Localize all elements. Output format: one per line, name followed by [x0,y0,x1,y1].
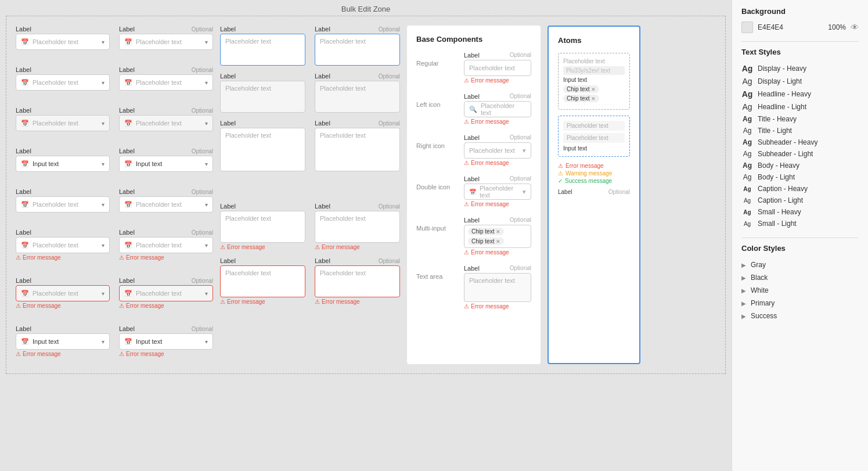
comp-input-double-icon[interactable]: 📅 Placeholder text ▾ [464,184,531,200]
style-ag-icon: Ag [741,64,753,73]
color-item-white[interactable]: ▶ White [741,284,859,297]
field-input-ghost[interactable]: 📅 Placeholder text ▾ [119,115,213,131]
style-item-caption-heavy[interactable]: Ag Caption - Heavy [741,183,859,195]
color-styles-title: Color Styles [741,244,859,253]
error-icon: ⚠ [16,303,21,309]
background-color-swatch[interactable] [741,21,753,33]
optional-label: Optional [379,26,400,33]
style-item-display-heavy[interactable]: Ag Display - Heavy [741,62,859,75]
textarea-input-focused[interactable]: Placeholder text [220,34,305,66]
field-input-error[interactable]: 📅 Placeholder text ▾ [16,285,110,301]
mid-pair-1: Label Placeholder text Label Optional Pl… [220,26,400,66]
error-text: Error message [471,77,509,84]
bulk-edit-zone: Label 📅 Placeholder text ▾ Label Opti [6,16,726,374]
textarea-input[interactable]: Placeholder text [220,211,305,243]
field-label: Label [119,229,135,236]
field-input[interactable]: 📅 Input text ▾ [16,333,110,350]
chip-item[interactable]: Chip text ✕ [468,228,504,235]
error-text: Error message [126,303,164,309]
style-item-body-light[interactable]: Ag Body - Light [741,171,859,183]
chip-remove-icon[interactable]: ✕ [496,239,500,245]
color-item-primary[interactable]: ▶ Primary [741,297,859,310]
chip-item[interactable]: Chip text ✕ [563,85,599,93]
warning-text: Warning message [566,170,612,177]
style-item-headline-light[interactable]: Ag Headline - Light [741,100,859,113]
field-label: Label [16,148,31,154]
component-field-double-icon: Label Optional 📅 Placeholder text ▾ ⚠ Er… [464,175,531,207]
style-item-subheader-heavy[interactable]: Ag Subheader - Heavy [741,136,859,148]
chevron-down-icon: ▾ [205,242,208,249]
chip-container[interactable]: Chip text ✕ Chip text ✕ [464,225,531,248]
comp-optional: Optional [510,52,531,59]
field-input[interactable]: 📅 Placeholder text ▾ [16,74,110,91]
textarea-input-error[interactable]: Placeholder text [315,265,400,297]
field-input[interactable]: 📅 Placeholder text ▾ [16,34,110,50]
style-item-display-light[interactable]: Ag Display - Light [741,75,859,88]
style-item-title-light[interactable]: Ag Title - Light [741,125,859,136]
field-input[interactable]: 📅 Placeholder text ▾ [119,34,213,50]
field-input[interactable]: 📅 Placeholder text ▾ [119,74,213,91]
visibility-icon[interactable]: 👁 [851,23,859,32]
field-input[interactable]: 📅 Input text ▾ [119,156,213,172]
color-item-gray[interactable]: ▶ Gray [741,258,859,271]
style-item-subheader-light[interactable]: Ag Subheader - Light [741,148,859,160]
field-label: Label [119,188,135,195]
error-message: ⚠ Error message [119,303,213,309]
chip-item[interactable]: Chip text ✕ [468,238,504,245]
style-item-headline-heavy[interactable]: Ag Headline - Heavy [741,88,859,100]
textarea-input-error[interactable]: Placeholder text [220,265,305,297]
field-row-5: Label 📅 Placeholder text ▾ Label Opti [16,188,213,220]
middle-columns: Label Placeholder text Label Optional Pl… [220,26,400,364]
textarea-input[interactable]: Placeholder text [315,211,400,243]
chip-item[interactable]: Chip text ✕ [563,95,599,102]
color-item-black[interactable]: ▶ Black [741,271,859,284]
comp-input-right-icon[interactable]: Placeholder text ▾ [464,142,531,159]
field-input[interactable]: 📅 Placeholder text ▾ [16,237,110,253]
field-input-ghost[interactable]: 📅 Placeholder text ▾ [16,115,110,131]
base-components-panel: Base Components Regular Label Optional P… [407,26,541,364]
style-item-title-heavy[interactable]: Ag Title - Heavy [741,113,859,125]
comp-input-left-icon[interactable]: 🔍 Placeholder text [464,101,531,117]
style-item-small-heavy[interactable]: Ag Small - Heavy [741,206,859,218]
atom-chip-row: Chip text ✕ Chip text ✕ [563,85,625,102]
chevron-down-icon: ▾ [205,39,208,45]
error-icon: ⚠ [464,303,469,310]
component-row-textarea: Text area Label Optional Placeholder tex… [416,265,531,310]
form-col-right: Label Optional 📅 Placeholder text ▾ [119,188,213,220]
comp-input-regular[interactable]: Placeholder text [464,60,531,76]
atom-label-row: Label Optional [558,189,630,195]
color-item-success[interactable]: ▶ Success [741,310,859,322]
color-label: Black [751,274,768,282]
mid-pair-5: Label Placeholder text ⚠ Error message L… [220,257,400,305]
textarea-input-focused[interactable]: Placeholder text [315,34,400,66]
textarea-input-ghost[interactable]: Placeholder text [315,81,400,113]
comp-textarea[interactable]: Placeholder text [464,273,531,302]
chip-remove-icon[interactable]: ✕ [591,96,596,102]
component-type-double-icon: Double icon [416,175,458,190]
error-icon: ⚠ [220,299,225,305]
optional-label: Optional [379,258,400,264]
style-item-caption-light[interactable]: Ag Caption - Light [741,195,859,206]
chevron-down-icon: ▾ [102,339,105,345]
chip-remove-icon[interactable]: ✕ [496,229,500,235]
field-input[interactable]: 📅 Input text ▾ [119,333,213,350]
error-icon: ⚠ [315,299,320,305]
style-item-small-light[interactable]: Ag Small - Light [741,218,859,229]
field-input[interactable]: 📅 Placeholder text ▾ [119,196,213,213]
placeholder-text: Placeholder text [33,290,98,297]
field-label: Label [16,66,31,73]
chevron-down-icon: ▾ [205,339,208,345]
field-input[interactable]: 📅 Placeholder text ▾ [119,237,213,253]
textarea-input[interactable]: Placeholder text [220,128,305,171]
field-input[interactable]: 📅 Placeholder text ▾ [16,196,110,213]
field-group: Label Optional 📅 Placeholder text ▾ [119,26,213,50]
chip-remove-icon[interactable]: ✕ [591,87,596,92]
style-item-body-heavy[interactable]: Ag Body - Heavy [741,160,859,171]
field-input[interactable]: 📅 Input text ▾ [16,156,110,172]
style-ag-icon: Ag [741,77,753,86]
textarea-input-ghost[interactable]: Placeholder text [220,81,305,113]
component-type-right-icon: Right icon [416,134,458,149]
calendar-icon: 📅 [21,120,29,127]
field-input-error[interactable]: 📅 Placeholder text ▾ [119,285,213,301]
textarea-input[interactable]: Placeholder text [315,128,400,171]
